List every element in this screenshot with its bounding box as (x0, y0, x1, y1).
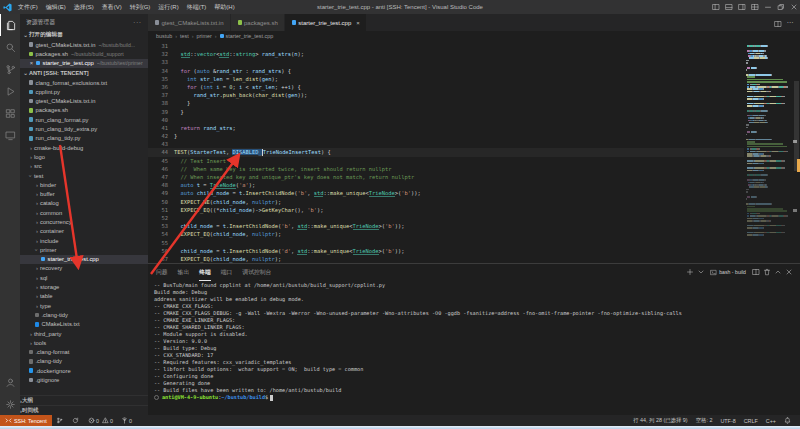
tree-item-src[interactable]: ›src (20, 162, 148, 171)
tree-item-cmake-build-debug[interactable]: ›cmake-build-debug (20, 143, 148, 152)
close-icon[interactable]: × (356, 20, 360, 26)
tree-item-clang_format_exclusions.txt[interactable]: clang_format_exclusions.txt (20, 78, 148, 87)
tree-item-packages.sh[interactable]: packages.sh (20, 106, 148, 115)
tab-gtest_CMakeLists.txt.in[interactable]: gtest_CMakeLists.txt.in (148, 14, 231, 31)
problems-item[interactable]: 0 0 (88, 417, 113, 425)
tree-item-include[interactable]: ›include (20, 236, 148, 245)
tree-item-.clang-tidy[interactable]: .clang-tidy (20, 357, 148, 366)
terminal-dropdown-icon[interactable] (695, 268, 706, 276)
git-branch-item[interactable] (56, 417, 64, 425)
tree-item-container[interactable]: ›container (20, 227, 148, 236)
tree-item-run_clang_tidy_extra.py[interactable]: run_clang_tidy_extra.py (20, 124, 148, 133)
tree-item-logo[interactable]: ›logo (20, 152, 148, 161)
tree-item-third_party[interactable]: ›third_party (20, 329, 148, 338)
tree-item-recovery[interactable]: ›recovery (20, 264, 148, 273)
menu-运行[interactable]: 运行(R) (154, 0, 182, 14)
more-actions-icon[interactable]: ⋯ (784, 19, 796, 27)
close-button[interactable] (787, 0, 800, 14)
tree-item-primer[interactable]: ›primer (20, 245, 148, 254)
tree-item-storage[interactable]: ›storage (20, 282, 148, 291)
restore-button[interactable] (774, 0, 787, 14)
open-editor-item[interactable]: gtest_CMakeLists.txt.in~/bustub/build... (20, 40, 148, 49)
tree-item-tools[interactable]: ›tools (20, 338, 148, 347)
activitybar-source-control[interactable] (0, 58, 20, 80)
sidebar-more-icon[interactable]: ··· (133, 19, 142, 25)
open-editor-item[interactable]: packages.sh~/bustub/build_support (20, 49, 148, 58)
split-terminal-icon[interactable] (750, 268, 761, 276)
panel-tab-问题[interactable]: 问题 (156, 264, 168, 280)
close-icon[interactable]: × (28, 60, 35, 66)
toggle-secondary-sidebar-icon[interactable] (735, 0, 748, 14)
tree-item-gtest_CMakeLists.txt.in[interactable]: gtest_CMakeLists.txt.in (20, 96, 148, 105)
activitybar-explorer[interactable] (0, 14, 21, 36)
tree-item-.clang-tidy[interactable]: .clang-tidy (20, 310, 148, 319)
tree-item-CMakeLists.txt[interactable]: CMakeLists.txt (20, 320, 148, 329)
notifications-bell-icon[interactable] (784, 417, 792, 425)
outline-section[interactable]: › 大纲 (20, 395, 148, 405)
panel-tab-终端[interactable]: 终端 (199, 264, 211, 281)
tree-item-catalog[interactable]: ›catalog (20, 199, 148, 208)
tree-item-type[interactable]: ›type (20, 301, 148, 310)
sync-item[interactable] (72, 417, 80, 425)
tree-item-test[interactable]: ›test (20, 171, 148, 180)
new-terminal-icon[interactable] (684, 268, 695, 276)
tree-item-buffer[interactable]: ›buffer (20, 189, 148, 198)
toggle-sidebar-icon[interactable] (709, 0, 722, 14)
tree-item-common[interactable]: ›common (20, 208, 148, 217)
cursor-position[interactable]: 行 44, 列 28 (已选择 9) (633, 417, 688, 424)
minimap[interactable] (746, 43, 792, 237)
menu-终端[interactable]: 终端(T) (183, 0, 211, 14)
activitybar-account[interactable] (0, 371, 20, 393)
activitybar-settings[interactable] (0, 393, 20, 415)
panel-tab-端口[interactable]: 端口 (221, 264, 233, 280)
breadcrumb[interactable]: bustub›test›primer›starter_trie_test.cpp (148, 31, 800, 41)
workspace-header[interactable]: ⌄ ANTI [SSH: TENCENT] (20, 68, 148, 78)
menu-转到[interactable]: 转到(G) (126, 0, 155, 14)
breadcrumb-item-bustub[interactable]: bustub (156, 33, 172, 39)
tab-starter_trie_test.cpp[interactable]: starter_trie_test.cpp× (285, 14, 367, 31)
tree-item-cpplint.py[interactable]: cpplint.py (20, 87, 148, 96)
remote-indicator[interactable]: SSH: Tencent (0, 415, 52, 426)
tree-item-concurrency[interactable]: ›concurrency (20, 217, 148, 226)
tree-item-.clang-format[interactable]: .clang-format (20, 348, 148, 357)
activitybar-run-debug[interactable] (0, 80, 20, 102)
maximize-panel-icon[interactable] (772, 268, 783, 276)
tree-item-.gitignore[interactable]: .gitignore (20, 375, 148, 384)
activitybar-extensions[interactable] (0, 102, 20, 124)
timeline-section[interactable]: › 时间线 (20, 405, 148, 415)
menu-选择[interactable]: 选择(S) (70, 0, 98, 14)
tree-item-.dockerignore[interactable]: .dockerignore (20, 366, 148, 375)
encoding-setting[interactable]: UTF-8 (720, 418, 735, 424)
terminal[interactable]: -- BusTub/main found cpplint at /home/an… (148, 280, 800, 415)
tree-item-sql[interactable]: ›sql (20, 273, 148, 282)
tree-item-run_clang_format.py[interactable]: run_clang_format.py (20, 115, 148, 124)
tree-item-starter_trie_test.cpp[interactable]: starter_trie_test.cpp (20, 255, 148, 264)
tree-item-binder[interactable]: ›binder (20, 180, 148, 189)
breadcrumb-item-starter_trie_test.cpp[interactable]: starter_trie_test.cpp (226, 33, 274, 39)
code-editor[interactable]: 3132 std::vector<std::string> rand_strs(… (148, 41, 800, 263)
eol-setting[interactable]: CRLF (744, 418, 758, 424)
open-editors-header[interactable]: ⌄ 打开的编辑器 (20, 30, 148, 40)
tab-packages.sh[interactable]: packages.sh (231, 14, 285, 31)
toggle-panel-icon[interactable] (722, 0, 735, 14)
tree-item-run_clang_tidy.py[interactable]: run_clang_tidy.py (20, 134, 148, 143)
panel-tab-输出[interactable]: 输出 (178, 264, 190, 280)
terminal-title[interactable]: bash - build (710, 269, 746, 276)
tree-item-table[interactable]: ›table (20, 292, 148, 301)
breadcrumb-item-test[interactable]: test (180, 33, 189, 39)
customize-layout-icon[interactable] (748, 0, 761, 14)
language-mode[interactable]: C++ (766, 418, 776, 424)
menu-编辑[interactable]: 编辑(E) (42, 0, 70, 14)
ports-item[interactable]: 0 (121, 417, 132, 425)
menu-帮助[interactable]: 帮助(H) (210, 0, 238, 14)
activitybar-search[interactable] (0, 36, 20, 58)
split-editor-icon[interactable] (772, 14, 784, 32)
minimize-button[interactable] (761, 0, 774, 14)
panel-tab-调试控制台[interactable]: 调试控制台 (242, 264, 271, 280)
terminal-prompt[interactable]: anti@VM-4-9-ubuntu:~/bustub/build$ (154, 394, 800, 401)
menu-文件[interactable]: 文件(F) (14, 0, 42, 14)
menu-查看[interactable]: 查看(V) (98, 0, 126, 14)
close-panel-icon[interactable] (783, 268, 794, 276)
scrollbar-thumb[interactable] (794, 81, 799, 171)
overview-ruler[interactable] (792, 41, 800, 263)
